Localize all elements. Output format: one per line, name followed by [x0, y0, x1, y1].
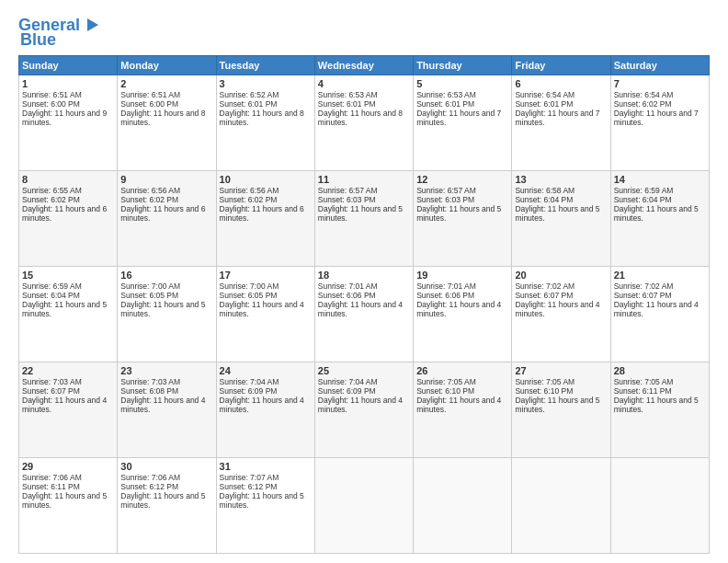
sunrise-text: Sunrise: 7:04 AM [220, 377, 279, 386]
daylight-text: Daylight: 11 hours and 6 minutes. [120, 204, 205, 223]
calendar-cell: 1Sunrise: 6:51 AMSunset: 6:00 PMDaylight… [19, 75, 118, 171]
daylight-text: Daylight: 11 hours and 9 minutes. [22, 109, 107, 127]
calendar-cell: 29Sunrise: 7:06 AMSunset: 6:11 PMDayligh… [19, 458, 118, 554]
daylight-text: Daylight: 11 hours and 7 minutes. [614, 109, 699, 127]
sunset-text: Sunset: 6:07 PM [515, 291, 573, 300]
calendar-cell: 15Sunrise: 6:59 AMSunset: 6:04 PMDayligh… [19, 267, 118, 362]
calendar-cell: 20Sunrise: 7:02 AMSunset: 6:07 PMDayligh… [512, 267, 610, 362]
daylight-text: Daylight: 11 hours and 5 minutes. [614, 204, 699, 223]
sunrise-text: Sunrise: 6:54 AM [515, 90, 574, 99]
sunrise-text: Sunrise: 6:53 AM [318, 90, 378, 99]
weekday-header-cell: Thursday [414, 56, 512, 75]
day-number: 30 [120, 461, 212, 472]
daylight-text: Daylight: 11 hours and 5 minutes. [22, 300, 107, 318]
day-number: 31 [220, 461, 312, 472]
sunset-text: Sunset: 6:04 PM [515, 195, 573, 204]
sunrise-text: Sunrise: 7:07 AM [220, 473, 279, 482]
calendar-cell: 13Sunrise: 6:58 AMSunset: 6:04 PMDayligh… [512, 171, 610, 267]
day-number: 27 [515, 365, 607, 376]
daylight-text: Daylight: 11 hours and 5 minutes. [515, 396, 599, 414]
calendar-cell: 2Sunrise: 6:51 AMSunset: 6:00 PMDaylight… [118, 75, 216, 171]
sunrise-text: Sunrise: 6:56 AM [220, 186, 279, 195]
day-number: 16 [120, 270, 212, 281]
sunrise-text: Sunrise: 6:59 AM [614, 186, 674, 195]
daylight-text: Daylight: 11 hours and 5 minutes. [22, 491, 107, 510]
sunset-text: Sunset: 6:07 PM [22, 386, 80, 396]
calendar-cell: 30Sunrise: 7:06 AMSunset: 6:12 PMDayligh… [118, 458, 216, 554]
sunset-text: Sunset: 6:05 PM [220, 291, 278, 300]
logo-icon [80, 15, 100, 35]
daylight-text: Daylight: 11 hours and 8 minutes. [220, 109, 304, 127]
calendar-week-row: 29Sunrise: 7:06 AMSunset: 6:11 PMDayligh… [19, 458, 710, 554]
sunrise-text: Sunrise: 6:55 AM [22, 186, 82, 195]
sunrise-text: Sunrise: 7:05 AM [614, 377, 674, 386]
daylight-text: Daylight: 11 hours and 5 minutes. [318, 204, 403, 223]
sunrise-text: Sunrise: 6:57 AM [318, 186, 378, 195]
calendar-cell: 3Sunrise: 6:52 AMSunset: 6:01 PMDaylight… [216, 75, 314, 171]
daylight-text: Daylight: 11 hours and 4 minutes. [120, 396, 205, 414]
daylight-text: Daylight: 11 hours and 6 minutes. [220, 204, 304, 223]
calendar-cell [314, 458, 413, 554]
day-number: 14 [614, 174, 706, 185]
sunset-text: Sunset: 6:06 PM [416, 291, 474, 300]
sunset-text: Sunset: 6:07 PM [614, 291, 672, 300]
sunset-text: Sunset: 6:06 PM [318, 291, 376, 300]
day-number: 28 [614, 365, 706, 376]
calendar-cell: 31Sunrise: 7:07 AMSunset: 6:12 PMDayligh… [216, 458, 314, 554]
sunset-text: Sunset: 6:01 PM [515, 99, 573, 109]
calendar-cell: 16Sunrise: 7:00 AMSunset: 6:05 PMDayligh… [118, 267, 216, 362]
calendar-cell: 28Sunrise: 7:05 AMSunset: 6:11 PMDayligh… [610, 362, 709, 458]
calendar-cell: 18Sunrise: 7:01 AMSunset: 6:06 PMDayligh… [314, 267, 413, 362]
sunset-text: Sunset: 6:10 PM [515, 386, 573, 396]
weekday-header-cell: Sunday [19, 56, 118, 75]
sunrise-text: Sunrise: 7:04 AM [318, 377, 378, 386]
sunrise-text: Sunrise: 6:56 AM [120, 186, 180, 195]
weekday-header-cell: Saturday [610, 56, 709, 75]
daylight-text: Daylight: 11 hours and 4 minutes. [515, 300, 599, 318]
calendar-cell: 7Sunrise: 6:54 AMSunset: 6:02 PMDaylight… [610, 75, 709, 171]
sunrise-text: Sunrise: 6:54 AM [614, 90, 674, 99]
weekday-header-cell: Wednesday [314, 56, 413, 75]
weekday-header-cell: Friday [512, 56, 610, 75]
calendar-cell: 12Sunrise: 6:57 AMSunset: 6:03 PMDayligh… [414, 171, 512, 267]
calendar-cell: 26Sunrise: 7:05 AMSunset: 6:10 PMDayligh… [414, 362, 512, 458]
calendar-cell: 6Sunrise: 6:54 AMSunset: 6:01 PMDaylight… [512, 75, 610, 171]
sunrise-text: Sunrise: 7:03 AM [120, 377, 180, 386]
calendar-cell: 4Sunrise: 6:53 AMSunset: 6:01 PMDaylight… [314, 75, 413, 171]
calendar-body: 1Sunrise: 6:51 AMSunset: 6:00 PMDaylight… [19, 75, 710, 554]
day-number: 11 [318, 174, 410, 185]
sunrise-text: Sunrise: 7:05 AM [416, 377, 476, 386]
sunset-text: Sunset: 6:04 PM [22, 291, 80, 300]
sunrise-text: Sunrise: 6:51 AM [120, 90, 180, 99]
sunset-text: Sunset: 6:02 PM [614, 99, 672, 109]
calendar-cell: 23Sunrise: 7:03 AMSunset: 6:08 PMDayligh… [118, 362, 216, 458]
calendar-cell: 11Sunrise: 6:57 AMSunset: 6:03 PMDayligh… [314, 171, 413, 267]
day-number: 18 [318, 270, 410, 281]
daylight-text: Daylight: 11 hours and 5 minutes. [416, 204, 501, 223]
day-number: 3 [220, 78, 312, 89]
day-number: 7 [614, 78, 706, 89]
sunrise-text: Sunrise: 7:02 AM [515, 282, 574, 291]
day-number: 13 [515, 174, 607, 185]
calendar-cell: 5Sunrise: 6:53 AMSunset: 6:01 PMDaylight… [414, 75, 512, 171]
svg-marker-0 [87, 18, 98, 31]
sunset-text: Sunset: 6:12 PM [220, 482, 278, 491]
daylight-text: Daylight: 11 hours and 5 minutes. [515, 204, 599, 223]
calendar-week-row: 22Sunrise: 7:03 AMSunset: 6:07 PMDayligh… [19, 362, 710, 458]
header: General Blue [18, 15, 710, 48]
sunrise-text: Sunrise: 6:58 AM [515, 186, 574, 195]
calendar-cell: 17Sunrise: 7:00 AMSunset: 6:05 PMDayligh… [216, 267, 314, 362]
day-number: 21 [614, 270, 706, 281]
logo-line2: Blue [20, 31, 56, 48]
weekday-header-cell: Tuesday [216, 56, 314, 75]
day-number: 8 [22, 174, 114, 185]
calendar-cell [512, 458, 610, 554]
sunrise-text: Sunrise: 7:06 AM [22, 473, 82, 482]
sunset-text: Sunset: 6:01 PM [220, 99, 278, 109]
day-number: 29 [22, 461, 114, 472]
sunrise-text: Sunrise: 6:52 AM [220, 90, 279, 99]
sunrise-text: Sunrise: 7:00 AM [220, 282, 279, 291]
sunset-text: Sunset: 6:11 PM [614, 386, 672, 396]
sunset-text: Sunset: 6:04 PM [614, 195, 672, 204]
daylight-text: Daylight: 11 hours and 8 minutes. [318, 109, 403, 127]
